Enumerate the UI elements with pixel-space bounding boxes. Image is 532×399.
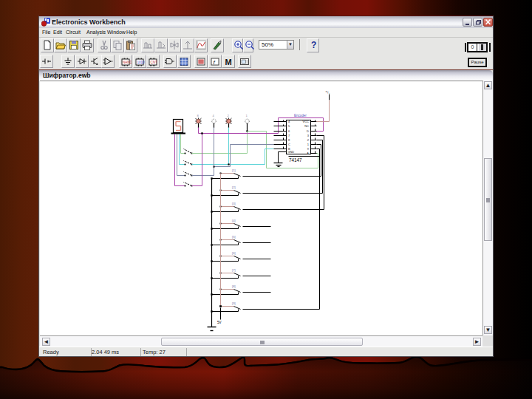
svg-text:[4]: [4] (232, 219, 236, 222)
svg-text:[7]: [7] (232, 268, 236, 272)
svg-text:VCC: VCC (303, 120, 310, 123)
svg-text:[1]: [1] (232, 168, 236, 172)
svg-text:[6]: [6] (232, 251, 236, 255)
svg-text:D: D (307, 129, 309, 133)
svg-text:NC: NC (304, 124, 309, 128)
svg-text:[8]: [8] (232, 284, 236, 288)
svg-text:C: C (288, 143, 290, 146)
svg-text:2: 2 (228, 114, 230, 117)
svg-text:A: A (307, 151, 309, 155)
svg-text:CNT: CNT (150, 61, 157, 64)
svg-text:8: 8 (197, 114, 200, 117)
svg-text:GND: GND (288, 151, 295, 154)
svg-text:NAND: NAND (123, 61, 132, 64)
svg-text:1: 1 (246, 114, 248, 117)
svg-text:[5]: [5] (232, 235, 236, 239)
svg-text:74147: 74147 (289, 157, 302, 163)
svg-text:[3]: [3] (232, 202, 236, 205)
svg-text:1010: 1010 (137, 61, 145, 64)
svg-text:°↑.: °↑. (326, 90, 330, 95)
svg-text:M: M (225, 58, 232, 66)
svg-text:4: 4 (213, 114, 215, 117)
svg-text:[9]: [9] (232, 301, 236, 305)
svg-text:[2]: [2] (232, 185, 236, 189)
svg-text:5V: 5V (217, 321, 222, 324)
svg-text:Encoder: Encoder (294, 114, 307, 117)
